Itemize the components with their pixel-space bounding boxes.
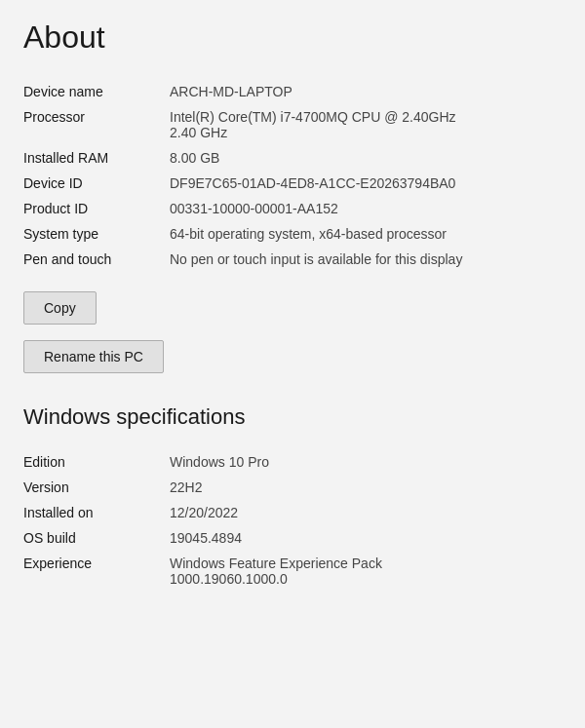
row-label: System type xyxy=(23,221,170,247)
table-row: ExperienceWindows Feature Experience Pac… xyxy=(23,551,562,592)
row-label: Processor xyxy=(23,104,170,145)
row-label: Pen and touch xyxy=(23,247,170,272)
row-label: Device name xyxy=(23,79,170,104)
table-row: Installed RAM8.00 GB xyxy=(23,145,562,171)
windows-specs-title: Windows specifications xyxy=(23,404,562,430)
table-row: Product ID00331-10000-00001-AA152 xyxy=(23,196,562,221)
copy-button[interactable]: Copy xyxy=(23,291,97,325)
table-row: Device IDDF9E7C65-01AD-4ED8-A1CC-E202637… xyxy=(23,171,562,196)
row-value: Windows 10 Pro xyxy=(170,449,562,475)
row-value: 12/20/2022 xyxy=(170,500,562,525)
row-value: No pen or touch input is available for t… xyxy=(170,247,562,272)
table-row: EditionWindows 10 Pro xyxy=(23,449,562,475)
row-value: Windows Feature Experience Pack1000.1906… xyxy=(170,551,562,592)
copy-button-container: Copy xyxy=(23,291,562,340)
windows-specs-table: EditionWindows 10 ProVersion22H2Installe… xyxy=(23,449,562,592)
table-row: Version22H2 xyxy=(23,475,562,500)
row-label: Product ID xyxy=(23,196,170,221)
table-row: System type64-bit operating system, x64-… xyxy=(23,221,562,247)
row-value: Intel(R) Core(TM) i7-4700MQ CPU @ 2.40GH… xyxy=(170,104,562,145)
row-label: Version xyxy=(23,475,170,500)
table-row: Pen and touchNo pen or touch input is av… xyxy=(23,247,562,272)
rename-pc-button[interactable]: Rename this PC xyxy=(23,340,164,373)
row-value: 19045.4894 xyxy=(170,525,562,551)
row-label: Experience xyxy=(23,551,170,592)
row-value: ARCH-MD-LAPTOP xyxy=(170,79,562,104)
table-row: ProcessorIntel(R) Core(TM) i7-4700MQ CPU… xyxy=(23,104,562,145)
table-row: OS build19045.4894 xyxy=(23,525,562,551)
row-value: 00331-10000-00001-AA152 xyxy=(170,196,562,221)
row-label: Installed RAM xyxy=(23,145,170,171)
row-label: Edition xyxy=(23,449,170,475)
table-row: Installed on12/20/2022 xyxy=(23,500,562,525)
row-value: 22H2 xyxy=(170,475,562,500)
row-label: OS build xyxy=(23,525,170,551)
row-value: DF9E7C65-01AD-4ED8-A1CC-E20263794BA0 xyxy=(170,171,562,196)
row-label: Installed on xyxy=(23,500,170,525)
page-title: About xyxy=(23,19,562,56)
rename-button-container: Rename this PC xyxy=(23,340,562,404)
table-row: Device nameARCH-MD-LAPTOP xyxy=(23,79,562,104)
row-label: Device ID xyxy=(23,171,170,196)
row-value: 64-bit operating system, x64-based proce… xyxy=(170,221,562,247)
row-value: 8.00 GB xyxy=(170,145,562,171)
device-info-table: Device nameARCH-MD-LAPTOPProcessorIntel(… xyxy=(23,79,562,272)
